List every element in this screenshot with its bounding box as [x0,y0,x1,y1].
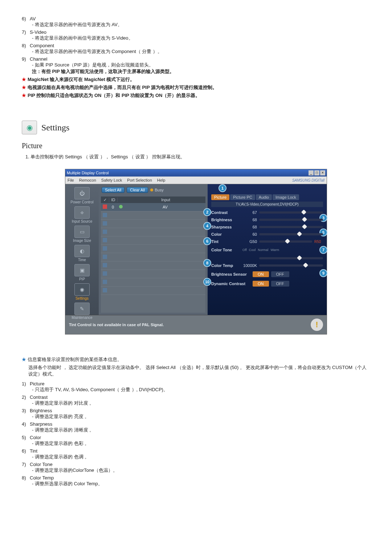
brightness-sensor-on[interactable]: ON [253,271,269,277]
table-row[interactable] [101,245,205,253]
menu-remocon[interactable]: Remocon [79,178,96,182]
status-swatch [103,204,107,209]
callout-9: 9 [319,269,327,277]
brand-logo: SAMSUNG DIGITall [292,178,327,182]
star-line-2: ★电视源仅能在具有电视功能的产品中选择，而且只有在 PIP 源为电视时方可进行频… [22,84,370,91]
close-icon[interactable]: × [320,170,325,175]
input-icon: ⎆ [74,206,90,219]
brightness-sensor-off[interactable]: OFF [271,271,289,277]
titlebar: Multiple Display Control _ □ × [65,169,327,177]
table-row[interactable] [101,253,205,262]
color-tone-track[interactable] [211,255,323,262]
menu-help[interactable]: Help [157,178,166,182]
status-swatch [103,280,107,284]
star-icon: ★ [22,93,26,98]
table-row[interactable] [101,270,205,278]
tab-image-lock[interactable]: Image Lock [273,194,299,200]
maintenance-icon: ✎ [74,303,90,315]
status-swatch [103,230,107,234]
source-line: TV,AV,S-Video,Component,DVI(HDCP) [211,202,323,207]
clear-all-button[interactable]: Clear All [127,187,148,193]
star-icon: ★ [22,85,26,90]
table-row[interactable] [101,228,205,236]
table-row[interactable] [101,211,205,220]
bottom-list: 1)Picture- 只适用于 TV, AV, S-Video, Compone… [22,381,370,487]
maximize-icon[interactable]: □ [314,170,319,175]
info-block: ★信息窗格显示设置控制所需的某些基本信息。 选择各个功能时 ， 选定功能的设定值… [22,356,370,377]
select-all-button[interactable]: Select All [102,187,124,193]
slider-brightness[interactable]: Brightness 68 [211,216,323,223]
table-row[interactable]: 0 AV [101,203,205,211]
menu-file[interactable]: File [68,178,74,182]
window-title: Multiple Display Control [67,171,109,175]
power-icon: ⏻ [74,187,90,199]
sidebar-item-settings[interactable]: ◉Settings [69,283,95,300]
sidebar: ⏻Power Control ⎆Input Source ▭Image Size… [65,184,99,315]
top-item-9: 9)Channel - 如果 PIP Source（PIP 源）是电视，则会出现… [22,56,370,75]
top-item-8: 8)Component - 将选定显示器的画中画信号源更改为 Component… [22,43,370,55]
top-item-7: 7)S-Video - 将选定显示器的画中画信号源更改为 S-Video。 [22,29,370,41]
device-grid: ✓ ID Input 0 AV [101,197,205,313]
top-item-6: 6)AV - 将选定显示器的画中画信号源更改为 AV。 [22,16,370,28]
bottom-item-6: 6)Tint- 调整选定显示器的 色调 。 [22,448,370,460]
status-swatch [103,271,107,276]
tab-picture-pc[interactable]: Picture PC [230,194,255,200]
slider-sharpness[interactable]: Sharpness 68 [211,224,323,230]
subheading-picture: Picture [22,142,370,150]
sidebar-item-maintenance[interactable]: ✎Maintenance [69,303,95,320]
sidebar-item-image-size[interactable]: ▭Image Size [69,226,95,243]
center-panel: Select All Clear All Busy ✓ ID Input 0 A… [99,184,208,315]
minimize-icon[interactable]: _ [309,170,314,175]
star-icon: ★ [22,357,26,362]
pip-icon: ▣ [74,264,90,276]
pip-note: 注：有些 PIP 输入源可能无法使用，这取决于主屏幕的输入源类型。 [32,68,370,75]
busy-dot-icon [150,189,153,191]
sidebar-item-power[interactable]: ⏻Power Control [69,187,95,204]
status-swatch [103,263,107,267]
table-row[interactable] [101,236,205,245]
status-swatch [103,221,107,226]
callout-2: 2 [203,208,211,216]
tab-audio[interactable]: Audio [256,194,272,200]
right-panel: 1 Picture Picture PC Audio Image Lock TV… [208,184,327,315]
color-tone-row[interactable]: Color Tone Off Cool Normal Warm [211,246,323,254]
menubar: File Remocon Safety Lock Port Selection … [65,177,327,184]
slider-tint[interactable]: Tint G50 R50 [211,238,323,245]
star-icon: ★ [22,77,26,82]
status-swatch [103,238,107,242]
sidebar-item-input[interactable]: ⎆Input Source [69,206,95,223]
star-line-3: ★PIP 控制功能只适合电源状态为 ON（开）和 PIP 功能设置为 ON（开）… [22,92,370,99]
sidebar-item-pip[interactable]: ▣PIP [69,264,95,281]
tab-picture[interactable]: Picture [211,194,229,200]
instruction-text: 1. 单击控制板中的 Settings （ 设置 ）， Settings （ 设… [25,154,370,160]
time-icon: ◐ [74,245,90,257]
section-title: Settings [41,123,69,133]
table-row[interactable] [101,262,205,270]
bottom-item-3: 3)Brightness- 调整选定显示器的 亮度 。 [22,408,370,420]
status-swatch [103,246,107,251]
dynamic-contrast-row: Dynamic Contrast ON OFF [211,280,323,288]
sidebar-item-time[interactable]: ◐Time [69,245,95,262]
warning-icon: ! [311,319,323,331]
menu-port-selection[interactable]: Port Selection [127,178,152,182]
status-dot-icon [119,205,123,208]
top-list: 6)AV - 将选定显示器的画中画信号源更改为 AV。 7)S-Video - … [22,16,370,99]
dynamic-contrast-on[interactable]: ON [253,281,269,287]
status-swatch [103,213,107,217]
slider-contrast[interactable]: Contrast 67 [211,209,323,216]
callout-7: 7 [319,246,327,254]
table-row[interactable] [101,220,205,228]
bottom-item-8: 8)Color Temp- 调整所选显示器的 Color Temp。 [22,475,370,487]
slider-color[interactable]: Color 60 [211,231,323,238]
footer-message: Tint Control is not available in case of… [69,323,164,327]
dynamic-contrast-off[interactable]: OFF [271,281,289,287]
table-row[interactable] [101,278,205,287]
callout-6: 6 [203,237,211,245]
status-swatch [103,288,107,292]
section-header: ◉ Settings [22,121,370,134]
slider-color-temp[interactable]: Color Temp 10000K [211,262,323,269]
table-row[interactable] [101,287,205,295]
bottom-item-1: 1)Picture- 只适用于 TV, AV, S-Video, Compone… [22,381,370,393]
bottom-item-2: 2)Contrast- 调整选定显示器的 对比度 。 [22,394,370,406]
menu-safety-lock[interactable]: Safety Lock [101,178,122,182]
